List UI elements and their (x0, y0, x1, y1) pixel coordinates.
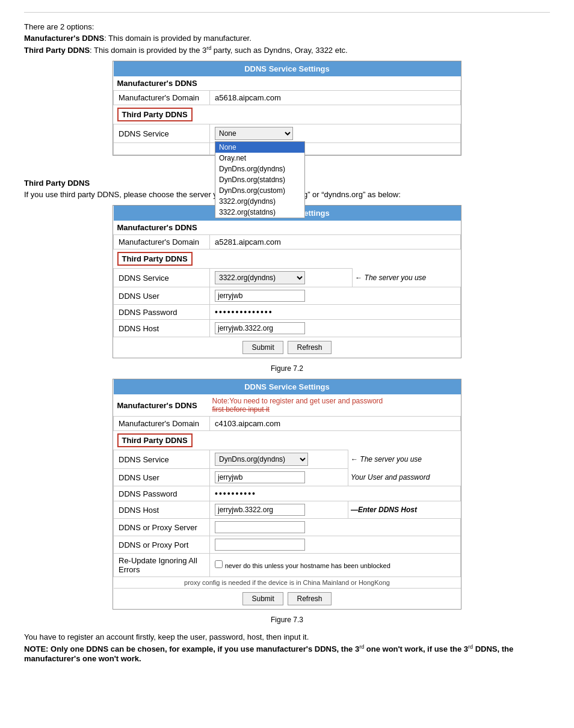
fig1-header: DDNS Service Settings (114, 61, 461, 76)
fig3-table-container: DDNS Service Settings Manufacturer's DDN… (113, 379, 461, 610)
fig3-note-cell: Note:You need to register and get user a… (210, 394, 461, 417)
fig2-submit-button[interactable]: Submit (242, 341, 283, 354)
fig3-ddns-host-label: DDNS Host (114, 501, 210, 519)
fig3-host-annotation-text: Enter DDNS Host (358, 506, 417, 514)
fig2-table-container: DDNS Service Settings Manufacturer's DDN… (113, 205, 461, 358)
fig3-ddns-user-value-cell (210, 469, 348, 486)
fig1-dd-3322dyn[interactable]: 3322.org(dyndns) (215, 196, 304, 207)
fig3-caption: Figure 7.3 (24, 616, 550, 624)
fig1-dd-3322stat[interactable]: 3322.org(statdns) (215, 207, 304, 218)
fig1-manufacturer-domain-value: a5618.aipcam.com (210, 91, 461, 105)
fig2-password-dots: •••••••••••••• (215, 307, 273, 317)
intro-options: There are 2 options: (24, 22, 550, 31)
fig3-manufacturer-domain-label: Manufacturer's Domain (114, 417, 210, 431)
thirdparty-ddns-desc: : This domain is provided by the 3 (90, 46, 206, 55)
fig3-server-annotation-text: The server you use (360, 455, 422, 463)
bottom-note-bold-suffix: one won't work, if use the 3 (364, 645, 468, 654)
fig3-ddns-host-row: DDNS Host —Enter DDNS Host (114, 501, 461, 519)
fig1-dd-custom[interactable]: DynDns.org(custom) (215, 185, 304, 196)
fig1-dd-statdns[interactable]: DynDns.org(statdns) (215, 174, 304, 185)
fig2-ddns-user-input[interactable] (215, 290, 305, 302)
bottom-note-line1: You have to register an account firstly,… (24, 632, 550, 641)
fig3-server-arrow: ← (351, 455, 360, 463)
fig3-proxy-port-value (210, 536, 461, 554)
fig2-ddns-password-label: DDNS Password (114, 305, 210, 320)
fig2-manufacturer-section: Manufacturer's DDNS (114, 221, 461, 235)
fig2-button-cell: Submit Refresh (114, 337, 461, 358)
fig2-ddns-service-row: DDNS Service 3322.org(dyndns) ← The serv… (114, 269, 461, 287)
intro-manufacturer: Manufacturer's DDNS: This domain is prov… (24, 34, 550, 43)
fig1-dropdown-overlay[interactable]: None Oray.net DynDns.org(dyndns) DynDns.… (215, 141, 305, 218)
fig2-manufacturer-label: Manufacturer's DDNS (117, 223, 197, 232)
fig1-ddns-service-select[interactable]: None (215, 127, 293, 140)
fig3-reupdate-value-cell: never do this unless your hostname has b… (210, 554, 461, 577)
fig3-ddns-service-label: DDNS Service (114, 450, 210, 469)
fig3-manufacturer-label: Manufacturer's DDNS (117, 401, 197, 410)
fig3-proxy-server-input[interactable] (215, 521, 305, 533)
fig3-thirdparty-label: Third Party DDNS (117, 433, 193, 447)
bottom-note: You have to register an account firstly,… (24, 632, 550, 662)
fig3-reupdate-text: never do this unless your hostname has b… (225, 562, 390, 569)
fig2-annotation-text: The server you use (365, 274, 427, 282)
fig3-header-row: DDNS Service Settings (114, 379, 461, 394)
fig2-ddns-service-value-cell: 3322.org(dyndns) (210, 269, 353, 287)
thirdparty-ddns-desc2: party, such as Dyndns, Oray, 3322 etc. (211, 46, 347, 55)
fig3-user-annotation-text: Your User and password (351, 473, 430, 482)
fig1-select-wrapper: None None Oray.net DynDns.org(dyndns) Dy… (215, 127, 455, 140)
fig2-thirdparty-section: Third Party DDNS (114, 249, 461, 269)
fig1-thirdparty-section-row: Third Party DDNS (114, 105, 461, 124)
fig3-ddns-host-input[interactable] (215, 504, 305, 516)
fig2-ddns-host-row: DDNS Host (114, 320, 461, 337)
fig3-ddns-password-value-cell: •••••••••• (210, 486, 461, 501)
fig2-ddns-user-label: DDNS User (114, 287, 210, 305)
fig1-dd-none[interactable]: None (215, 142, 304, 153)
fig3-proxy-server-label: DDNS or Proxy Server (114, 519, 210, 536)
fig1-extra-label (114, 143, 210, 155)
fig3-proxy-port-input[interactable] (215, 539, 305, 551)
fig3-ddns-password-label: DDNS Password (114, 486, 210, 501)
fig3-manufacturer-domain-row: Manufacturer's Domain c4103.aipcam.com (114, 417, 461, 431)
fig1-ddns-service-label: DDNS Service (114, 124, 210, 143)
bottom-note-line2: NOTE: Only one DDNS can be chosen, for e… (24, 644, 550, 662)
fig3-button-row: Submit Refresh (114, 589, 461, 610)
fig3-password-dots: •••••••••• (215, 489, 256, 498)
fig2-manufacturer-domain-label: Manufacturer's Domain (114, 235, 210, 249)
fig3-ddns-service-select[interactable]: DynDns.org(dyndns) (215, 453, 308, 466)
fig1-ddns-service-value-cell: None None Oray.net DynDns.org(dyndns) Dy… (210, 124, 461, 143)
fig1-dd-dyndns[interactable]: DynDns.org(dyndns) (215, 164, 304, 174)
fig2-caption: Figure 7.2 (24, 364, 550, 373)
fig3-proxy-note: proxy config is needed if the device is … (114, 577, 461, 589)
fig3-refresh-button[interactable]: Refresh (288, 592, 331, 605)
fig2-ddns-password-value-cell: •••••••••••••• (210, 305, 461, 320)
manufacturer-ddns-label: Manufacturer's DDNS (24, 34, 104, 43)
fig3-proxy-server-row: DDNS or Proxy Server (114, 519, 461, 536)
fig3-server-annotation: ← The server you use (348, 450, 460, 469)
fig2-ddns-password-row: DDNS Password •••••••••••••• (114, 305, 461, 320)
manufacturer-ddns-desc: : This domain is provided by manufacture… (104, 34, 252, 43)
fig3-note-line1: Note:You need to register and get user a… (212, 397, 458, 405)
fig3-manufacturer-section-row: Manufacturer's DDNS Note:You need to reg… (114, 394, 461, 417)
options-count: There are 2 options: (24, 22, 94, 31)
fig1-manufacturer-domain-label: Manufacturer's Domain (114, 91, 210, 105)
fig2-ddns-service-select[interactable]: 3322.org(dyndns) (215, 271, 305, 284)
fig3-reupdate-checkbox[interactable] (215, 560, 223, 568)
fig3-reupdate-label: Re-Update Ignoring All Errors (114, 554, 210, 577)
fig1-table: DDNS Service Settings Manufacturer's DDN… (113, 61, 461, 155)
fig3-ddns-user-input[interactable] (215, 471, 305, 483)
fig3-submit-button[interactable]: Submit (242, 592, 283, 605)
fig3-ddns-service-row: DDNS Service DynDns.org(dyndns) ← The se… (114, 450, 461, 469)
fig1-dd-oray[interactable]: Oray.net (215, 153, 304, 164)
fig2-ddns-host-value-cell (210, 320, 461, 337)
fig1-manufacturer-section-row: Manufacturer's DDNS (114, 76, 461, 91)
fig2-manufacturer-domain-value: a5281.aipcam.com (210, 235, 461, 249)
fig2-thirdparty-section-row: Third Party DDNS (114, 249, 461, 269)
bottom-note-sup2: rd (468, 644, 473, 650)
fig2-refresh-button[interactable]: Refresh (288, 341, 331, 354)
fig2-ddns-host-label: DDNS Host (114, 320, 210, 337)
fig3-proxy-port-row: DDNS or Proxy Port (114, 536, 461, 554)
fig2-manufacturer-domain-row: Manufacturer's Domain a5281.aipcam.com (114, 235, 461, 249)
fig2-ddns-host-input[interactable] (215, 322, 305, 334)
top-divider (24, 12, 550, 13)
fig2-thirdparty-label: Third Party DDNS (117, 252, 193, 266)
fig2-ddns-user-value-cell (210, 287, 461, 305)
